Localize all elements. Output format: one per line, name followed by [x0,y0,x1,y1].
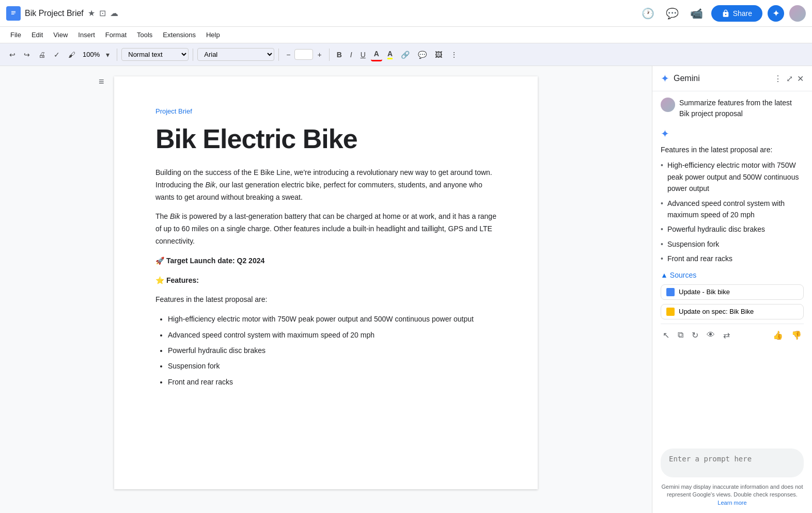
font-select[interactable]: Arial Times New Roman Courier New [197,48,274,61]
source2-label: Update on spec: Bik Bike [679,308,754,315]
action-view-button[interactable]: 👁 [705,328,717,342]
bold-button[interactable]: B [334,49,345,61]
menu-help[interactable]: Help [202,29,224,41]
gemini-header-icons: ⋮ ⤢ ✕ [774,74,804,84]
doc-title-area: Bik Project Brief ★ ⊡ ☁ [25,8,634,18]
font-size-area: − 10 + [283,49,324,61]
gemini-user-query: Summarize features from the latest Bik p… [679,98,804,119]
share-button[interactable]: Share [711,5,762,22]
top-right-actions: 🕐 💬 📹 Share ✦ [638,4,806,23]
underline-button[interactable]: U [357,49,369,61]
feature-item-4: Suspension fork [168,360,496,372]
gemini-more-button[interactable]: ⋮ [774,74,782,84]
sources-label: Sources [670,271,696,279]
cloud-icon[interactable]: ☁ [110,8,118,18]
gemini-close-button[interactable]: ✕ [797,74,804,84]
gemini-response-title: Features in the latest proposal are: [661,144,804,155]
text-style-select[interactable]: Normal text Heading 1 Heading 2 Title [121,48,189,61]
sources-toggle[interactable]: ▲ Sources [661,271,804,279]
document-page: Project Brief Bik Electric Bike Building… [114,76,538,489]
zoom-area: 100% ▾ [81,49,113,61]
menu-extensions[interactable]: Extensions [159,29,200,41]
font-size-input[interactable]: 10 [294,49,313,60]
italic-button[interactable]: I [347,49,355,61]
paintformat-button[interactable]: 🖌 [65,49,79,61]
sources-section: ▲ Sources Update - Bik bike Update on sp… [661,271,804,319]
meet-button[interactable]: 📹 [687,4,706,23]
paragraph-1: Building on the success of the E Bike Li… [155,167,496,203]
gemini-bullet-1: • High-efficiency electric motor with 75… [661,159,804,194]
feature-item-1: High-efficiency electric motor with 750W… [168,313,496,325]
features-heading: ⭐ Features: [155,275,496,287]
gemini-star-icon: ✦ [661,72,669,85]
source-item-2[interactable]: Update on spec: Bik Bike [661,304,804,319]
feature-item-3: Powerful hydraulic disc brakes [168,345,496,356]
source1-icon [666,288,675,296]
undo-button[interactable]: ↩ [6,49,19,61]
history-button[interactable]: 🕐 [638,4,658,23]
paragraph-2: The Bik is powered by a last-generation … [155,211,496,247]
menu-tools[interactable]: Tools [133,29,157,41]
source-item-1[interactable]: Update - Bik bike [661,284,804,300]
action-refresh-button[interactable]: ↻ [690,328,700,342]
gemini-sparkle-icon: ✦ [661,127,804,140]
separator-4 [329,49,330,61]
gemini-footer: Gemini may display inaccurate informatio… [652,444,812,513]
thumbs-up-button[interactable]: 👍 [771,328,785,342]
gemini-prompt-input[interactable] [661,448,804,477]
features-list: High-efficiency electric motor with 750W… [155,313,496,388]
learn-more-link[interactable]: Learn more [717,500,746,506]
link-button[interactable]: 🔗 [398,49,413,61]
svg-rect-0 [10,9,17,18]
menu-format[interactable]: Format [101,29,131,41]
svg-rect-1 [11,11,15,11]
document-title: Bik Electric Bike [155,123,496,154]
menu-edit[interactable]: Edit [27,29,47,41]
features-intro: Features in the latest proposal are: [155,294,496,306]
document-area: ≡ Project Brief Bik Electric Bike Buildi… [0,66,652,513]
gemini-user-message: Summarize features from the latest Bik p… [661,98,804,119]
thumbs-down-button[interactable]: 👎 [789,328,804,342]
highlight-button[interactable]: A [384,47,396,61]
feature-item-5: Front and rear racks [168,376,496,388]
more-button[interactable]: ⋮ [447,49,461,61]
doc-title[interactable]: Bik Project Brief [25,9,84,18]
gemini-bullet-4: • Suspension fork [661,238,804,250]
zoom-dropdown[interactable]: ▾ [103,49,113,61]
action-copy-button[interactable]: ⧉ [676,328,685,342]
image-button[interactable]: 🖼 [432,49,445,61]
gemini-expand-button[interactable]: ⤢ [786,74,793,84]
menu-view[interactable]: View [49,29,72,41]
docs-icon [6,6,21,21]
top-bar: Bik Project Brief ★ ⊡ ☁ 🕐 💬 📹 Share ✦ [0,0,812,27]
text-color-button[interactable]: A [371,47,382,61]
menu-file[interactable]: File [6,29,25,41]
star-icon[interactable]: ★ [88,8,95,18]
action-share-button[interactable]: ⇄ [721,328,732,342]
print-button[interactable]: 🖨 [35,49,49,61]
font-size-increase[interactable]: + [314,49,324,61]
comment-button[interactable]: 💬 [415,49,430,61]
source2-icon [666,308,675,316]
gemini-top-button[interactable]: ✦ [768,5,784,22]
menu-insert[interactable]: Insert [74,29,99,41]
action-back-button[interactable]: ↖ [661,328,672,342]
gemini-response: Features in the latest proposal are: • H… [661,144,804,265]
target-launch: 🚀 Target Launch date: Q2 2024 [155,255,496,267]
toolbar: ↩ ↪ 🖨 ✓ 🖌 100% ▾ Normal text Heading 1 H… [0,43,812,66]
gemini-title: Gemini [674,74,770,83]
sidebar-toggle[interactable]: ≡ [99,76,104,87]
gemini-bullet-3: • Powerful hydraulic disc brakes [661,223,804,235]
font-size-decrease[interactable]: − [283,49,293,61]
spellcheck-button[interactable]: ✓ [51,49,63,61]
history-icon[interactable]: ⊡ [99,8,106,18]
separator-2 [193,49,193,61]
gemini-bullet-5: • Front and rear racks [661,253,804,264]
redo-button[interactable]: ↪ [21,49,33,61]
svg-rect-3 [11,13,14,14]
comments-button[interactable]: 💬 [663,4,682,23]
svg-rect-2 [11,12,15,13]
user-avatar[interactable] [789,5,806,22]
gemini-panel: ✦ Gemini ⋮ ⤢ ✕ Summarize features from t… [652,66,812,513]
share-label: Share [733,9,752,18]
